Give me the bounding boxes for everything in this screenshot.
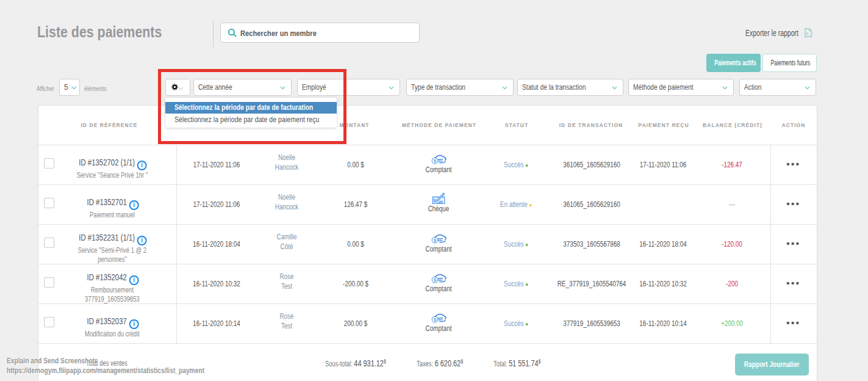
svg-text:$: $ xyxy=(434,198,437,203)
svg-text:A: A xyxy=(806,32,809,35)
